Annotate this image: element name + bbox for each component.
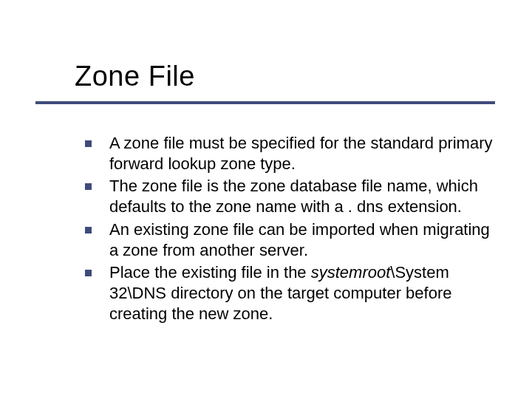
square-bullet-icon — [85, 140, 92, 147]
list-item: Place the existing file in the systemroo… — [85, 262, 501, 324]
slide: Zone File A zone file must be specified … — [0, 0, 532, 399]
list-item: An existing zone file can be imported wh… — [85, 219, 501, 261]
list-item: The zone file is the zone database file … — [85, 176, 501, 217]
title-block: Zone File — [35, 61, 502, 92]
slide-body: A zone file must be specified for the st… — [85, 133, 501, 326]
square-bullet-icon — [85, 270, 92, 276]
bullet-text: An existing zone file can be imported wh… — [109, 219, 501, 261]
bullet-text: A zone file must be specified for the st… — [109, 133, 501, 174]
title-underline — [35, 101, 495, 104]
bullet-text-italic: systemroot — [311, 263, 391, 282]
bullet-text: Place the existing file in the systemroo… — [109, 262, 501, 324]
slide-title: Zone File — [35, 61, 195, 92]
list-item: A zone file must be specified for the st… — [85, 133, 501, 174]
square-bullet-icon — [85, 183, 92, 190]
bullet-text: The zone file is the zone database file … — [109, 176, 501, 217]
square-bullet-icon — [85, 227, 92, 233]
bullet-text-prefix: Place the existing file in the — [109, 263, 311, 282]
